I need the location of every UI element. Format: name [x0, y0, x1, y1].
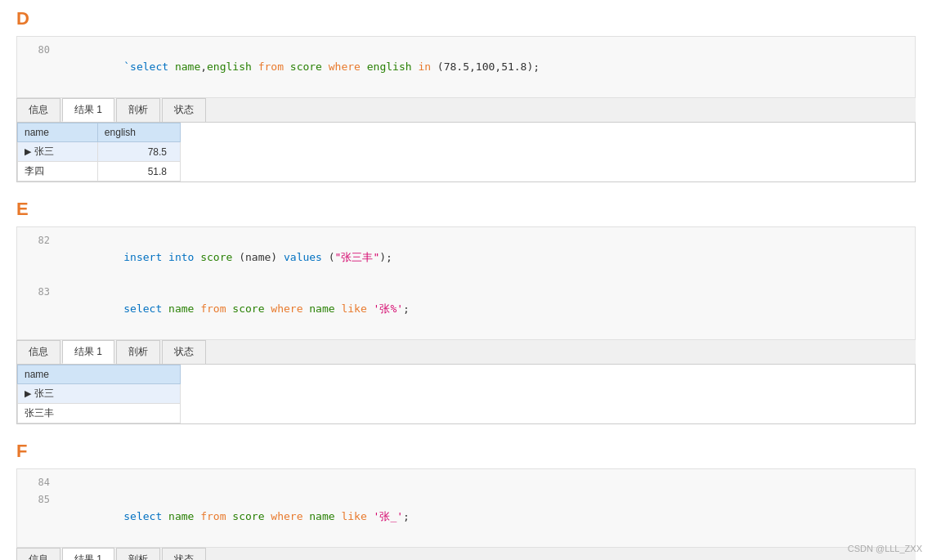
table-header-row-e: name: [18, 365, 181, 384]
tab-e-status[interactable]: 状态: [162, 340, 206, 364]
section-d: D 80 `select name,english from score whe…: [16, 8, 916, 182]
page-container: D 80 `select name,english from score whe…: [0, 0, 932, 560]
row-indicator: ▶: [25, 146, 34, 156]
tab-f-profile[interactable]: 剖析: [116, 548, 160, 560]
td-d-2-english: 51.8: [97, 162, 180, 181]
code-line-e-82: 82 insert into score (name) values ("张三丰…: [25, 232, 907, 283]
result-table-e: name ▶张三 张三丰: [17, 365, 181, 423]
kw-select: `select: [123, 60, 175, 73]
th-d-english: english: [97, 123, 180, 142]
td-d-2-name: 李四: [18, 162, 98, 181]
code-text-f-84: [60, 474, 66, 491]
code-line-f-85: 85 select name from score where name lik…: [25, 491, 907, 542]
result-tabs-e: 信息 结果 1 剖析 状态: [16, 340, 916, 365]
code-text-f-85: select name from score where name like '…: [60, 491, 410, 542]
tab-e-profile[interactable]: 剖析: [116, 340, 160, 364]
td-d-1-name: ▶张三: [18, 142, 98, 162]
section-letter-d: D: [16, 8, 916, 29]
tab-f-result[interactable]: 结果 1: [62, 548, 114, 560]
code-text-e-83: select name from score where name like '…: [60, 284, 410, 334]
table-row: ▶张三: [18, 384, 181, 404]
code-text-d-80: `select name,english from score where en…: [60, 42, 540, 92]
result-table-d: name english ▶张三 78.5 李四 51.8: [17, 123, 181, 181]
tab-f-info[interactable]: 信息: [16, 548, 60, 560]
tab-d-info[interactable]: 信息: [16, 98, 60, 122]
table-row: ▶张三 78.5: [18, 142, 181, 162]
code-text-e-82: insert into score (name) values ("张三丰");: [60, 232, 392, 283]
code-line-d-80: 80 `select name,english from score where…: [25, 42, 907, 92]
section-f: F 84 85 select name from score where nam…: [16, 441, 916, 560]
line-number-82: 82: [25, 233, 50, 249]
watermark: CSDN @LLL_ZXX: [848, 544, 922, 553]
th-d-name: name: [18, 123, 98, 142]
td-d-1-english: 78.5: [97, 142, 180, 162]
table-row: 李四 51.8: [18, 162, 181, 181]
row-indicator: ▶: [25, 388, 34, 398]
code-block-f: 84 85 select name from score where name …: [16, 468, 916, 548]
result-tabs-f: 信息 结果 1 剖析 状态: [16, 548, 916, 560]
result-table-container-e: name ▶张三 张三丰: [16, 365, 916, 424]
result-tabs-d: 信息 结果 1 剖析 状态: [16, 98, 916, 123]
tab-e-info[interactable]: 信息: [16, 340, 60, 364]
section-letter-e: E: [16, 199, 916, 220]
line-number-80: 80: [25, 43, 50, 58]
code-block-e: 82 insert into score (name) values ("张三丰…: [16, 226, 916, 340]
tab-f-status[interactable]: 状态: [162, 548, 206, 560]
code-block-d: 80 `select name,english from score where…: [16, 36, 916, 98]
tab-e-result[interactable]: 结果 1: [62, 340, 114, 364]
code-line-e-83: 83 select name from score where name lik…: [25, 284, 907, 334]
th-e-name: name: [18, 365, 181, 384]
table-row: 张三丰: [18, 404, 181, 423]
kw-name: name: [175, 60, 200, 73]
result-table-container-d: name english ▶张三 78.5 李四 51.8: [16, 123, 916, 182]
section-letter-f: F: [16, 441, 916, 462]
line-number-84: 84: [25, 475, 50, 491]
tab-d-result[interactable]: 结果 1: [62, 98, 114, 122]
tab-d-status[interactable]: 状态: [162, 98, 206, 122]
section-e: E 82 insert into score (name) values ("张…: [16, 199, 916, 424]
td-e-2-name: 张三丰: [18, 404, 181, 423]
table-header-row-d: name english: [18, 123, 181, 142]
td-e-1-name: ▶张三: [18, 384, 181, 404]
tab-d-profile[interactable]: 剖析: [116, 98, 160, 122]
code-line-f-84: 84: [25, 474, 907, 491]
line-number-83: 83: [25, 284, 50, 300]
line-number-85: 85: [25, 492, 50, 508]
